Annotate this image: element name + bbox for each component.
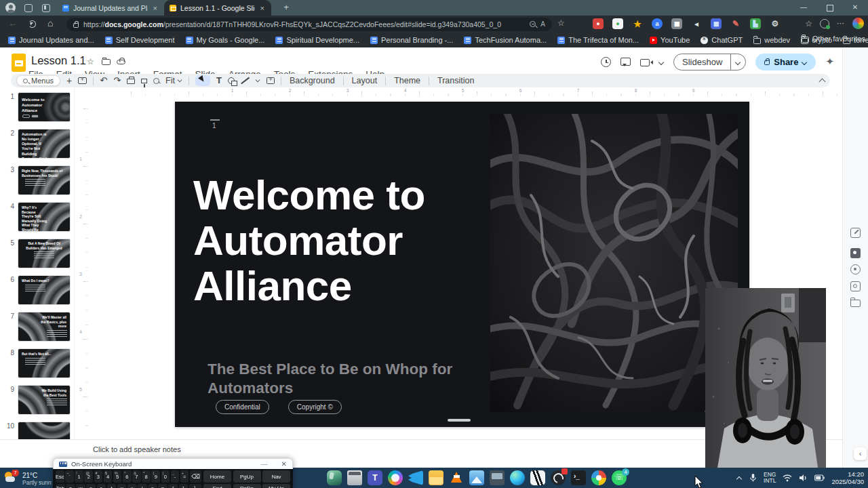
bookmark-star-icon[interactable]: ☆ [557, 18, 565, 28]
browser-essentials-icon[interactable] [820, 19, 829, 28]
key[interactable]: Esc [56, 470, 64, 483]
bookmark-item[interactable]: Self Development [105, 36, 175, 44]
home-icon[interactable]: ⌂ [47, 18, 53, 28]
speaker-notes-placeholder[interactable]: Click to add speaker notes [93, 445, 181, 453]
start-button[interactable] [327, 470, 342, 485]
cloud-status-icon[interactable] [117, 60, 125, 64]
insert-image-icon[interactable] [267, 77, 275, 84]
minimize-icon[interactable]: — [791, 0, 816, 16]
back-icon[interactable]: ← [8, 18, 17, 28]
key[interactable]: ] [179, 484, 189, 488]
window-app-icon[interactable] [347, 470, 362, 485]
key[interactable]: Nav [262, 470, 290, 483]
url-field[interactable]: https://docs.google.com/presentation/d/1… [66, 18, 552, 31]
menus-search-button[interactable]: Menus [16, 75, 60, 86]
slide-thumbnail[interactable]: What Do I mean? [18, 275, 71, 305]
slide-thumbnail[interactable]: But A New Breed Of Builders Has Emerged [18, 239, 71, 268]
new-slide-layout-icon[interactable] [78, 77, 87, 84]
bookmark-item[interactable]: The Trifecta of Mon... [557, 36, 639, 44]
bookmark-item[interactable]: YouTube [650, 36, 690, 44]
remote-desktop-icon[interactable] [490, 470, 505, 485]
footer-chip[interactable]: Confidential [216, 400, 269, 414]
store-icon[interactable] [591, 470, 606, 485]
key[interactable]: ⌫ [190, 470, 201, 483]
select-tool-active[interactable] [195, 75, 210, 86]
zoom-icon[interactable] [153, 78, 159, 84]
battery-icon[interactable] [814, 474, 825, 481]
capcut-icon[interactable] [530, 470, 545, 485]
fit-zoom-select[interactable]: Fit [165, 76, 182, 85]
paint-format-icon[interactable] [141, 79, 147, 83]
textbox-tool-icon[interactable]: T [216, 74, 222, 87]
canvas-scroll-indicator[interactable] [448, 419, 471, 422]
key[interactable]: u [127, 484, 137, 488]
layout-button[interactable]: Layout [350, 76, 380, 85]
slide-thumbnail[interactable]: We Build Using the Best Tools [18, 385, 71, 415]
gemini-sparkle-icon[interactable]: ✦ [825, 56, 834, 68]
browser-profile-avatar[interactable] [5, 3, 16, 13]
meet-camera-icon[interactable] [640, 59, 650, 66]
slideshow-dropdown[interactable] [730, 54, 745, 70]
footer-chip[interactable]: Copyright © [288, 400, 342, 414]
volume-icon[interactable] [799, 474, 808, 482]
weather-widget[interactable]: 7 21°C Partly sunny [4, 470, 52, 487]
wifi-icon[interactable] [783, 474, 792, 482]
image-icon[interactable] [850, 281, 861, 291]
chevron-down-icon[interactable] [256, 78, 260, 82]
key[interactable]: ! 1 [75, 470, 83, 483]
tab-close-icon[interactable]: × [259, 4, 266, 12]
terminal-icon[interactable] [571, 470, 586, 485]
bookmark-item[interactable]: Journal Updates and... [8, 36, 94, 44]
slides-logo-icon[interactable] [12, 54, 26, 72]
key[interactable]: % 5 [113, 470, 122, 483]
version-history-icon[interactable] [601, 57, 611, 67]
key[interactable]: p [158, 484, 167, 488]
key[interactable]: e [86, 484, 96, 488]
redo-icon[interactable]: ↷ [113, 74, 121, 87]
other-favourites[interactable]: Other favourites [802, 35, 865, 43]
star-document-icon[interactable]: ☆ [87, 57, 94, 66]
chevron-down-icon[interactable] [659, 60, 664, 64]
key[interactable]: i [138, 484, 147, 488]
bookmark-item[interactable]: ChatGPT [701, 36, 743, 44]
key[interactable]: PgDn [233, 484, 261, 488]
key[interactable]: + = [180, 470, 189, 483]
key[interactable]: t [107, 484, 117, 488]
favorites-hub-icon[interactable]: ☆ [805, 19, 812, 28]
theme-button[interactable]: Theme [392, 76, 422, 85]
extension-green-circle-icon[interactable]: ● [612, 18, 623, 29]
key[interactable]: _ - [171, 470, 180, 483]
slide-title-textbox[interactable]: Welcome toAutomatorAlliance [193, 172, 425, 308]
current-slide[interactable]: 1 Welcome toAutomatorAlliance The Best P… [175, 102, 749, 427]
refresh-icon[interactable] [28, 20, 36, 28]
slide-subtitle-textbox[interactable]: The Best Place to Be on Whop for Automat… [208, 360, 455, 398]
key[interactable]: @ 2 [84, 470, 93, 483]
minimize-icon[interactable]: — [261, 460, 268, 468]
bookmark-item[interactable]: TechFusion Automa... [464, 36, 547, 44]
shapes-tool-icon[interactable] [228, 77, 235, 84]
undo-icon[interactable]: ↶ [100, 74, 107, 87]
new-slide-button[interactable]: + [66, 74, 72, 87]
key[interactable]: # 3 [94, 470, 103, 483]
slide-thumbnail[interactable]: Welcome to Automator Alliance [18, 92, 71, 122]
vertical-tabs-icon[interactable] [42, 4, 50, 12]
transition-button[interactable]: Transition [435, 76, 476, 85]
extension-pencil-icon[interactable]: ✎ [730, 18, 741, 29]
key[interactable]: r [97, 484, 106, 488]
extension-yellow-star-icon[interactable]: ★ [632, 18, 643, 29]
osk-titlebar[interactable]: On-Screen Keyboard — ✕ [53, 458, 293, 469]
slideshow-button[interactable]: Slideshow [673, 54, 746, 70]
slide-thumbnail[interactable] [18, 422, 71, 439]
bookmark-item[interactable]: webdev [753, 36, 790, 44]
slide-thumbnail[interactable]: Right Now, Thousands of Businesses Are S… [18, 165, 71, 195]
extension-gray-box-icon[interactable]: ▦ [671, 18, 682, 29]
close-icon[interactable]: ✕ [842, 0, 868, 16]
new-tab-button[interactable]: + [281, 2, 292, 13]
clock[interactable]: 14:202025/04/30 [831, 470, 864, 485]
key[interactable]: PgUp [233, 470, 261, 483]
vscode-icon[interactable] [408, 470, 423, 485]
extension-green-sheet-icon[interactable]: ▙ [750, 18, 761, 29]
slide-thumbnail[interactable]: Why? It's Because They're Still Manually… [18, 202, 71, 232]
edge-icon[interactable] [510, 470, 525, 485]
maximize-icon[interactable] [816, 0, 842, 16]
